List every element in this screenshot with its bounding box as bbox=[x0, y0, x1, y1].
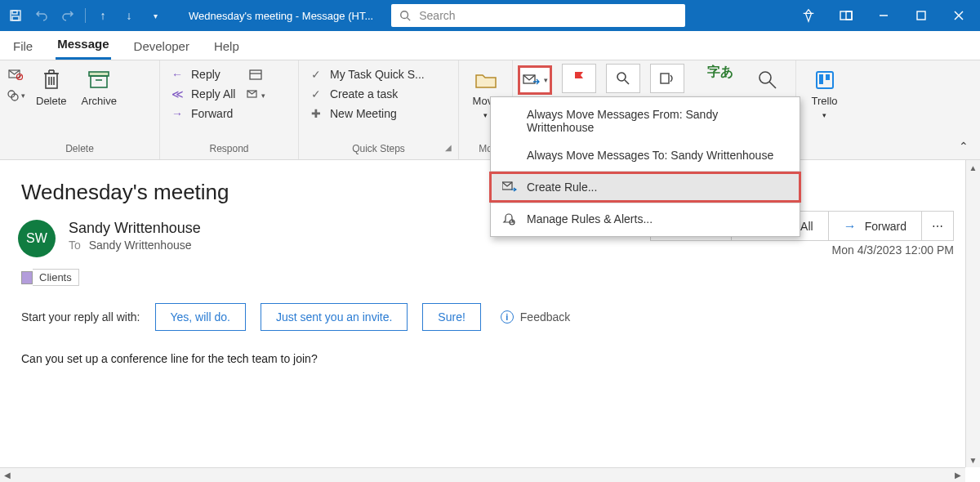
more-respond-icon[interactable]: ▾ bbox=[245, 87, 266, 105]
suggested-reply[interactable]: Yes, will do. bbox=[155, 303, 246, 331]
sender-avatar[interactable]: SW bbox=[18, 220, 56, 257]
calendar-plus-icon: ✚ bbox=[309, 107, 323, 120]
quickstep-item[interactable]: ✓Create a task bbox=[304, 85, 453, 103]
reply-button[interactable]: ←Reply bbox=[165, 65, 240, 83]
undo-icon[interactable] bbox=[29, 3, 54, 28]
svg-rect-8 bbox=[917, 11, 925, 20]
suggested-reply[interactable]: Just sent you an invite. bbox=[261, 303, 408, 331]
recipients-line: To Sandy Writtenhouse bbox=[69, 239, 201, 252]
translate-icon[interactable]: 字あ bbox=[707, 64, 733, 81]
svg-point-31 bbox=[617, 73, 626, 81]
reply-all-icon: ≪ bbox=[170, 87, 185, 100]
category-chip[interactable]: Clients bbox=[21, 269, 79, 286]
ignore-icon[interactable] bbox=[5, 65, 26, 83]
reply-all-button[interactable]: ≪Reply All bbox=[165, 85, 240, 103]
reply-icon: ← bbox=[170, 68, 185, 81]
quicksteps-launcher-icon[interactable]: ◢ bbox=[445, 143, 452, 152]
group-label-respond: Respond bbox=[165, 141, 293, 158]
maximize-icon[interactable] bbox=[903, 3, 939, 28]
meeting-reply-icon[interactable] bbox=[245, 65, 266, 83]
forward-button[interactable]: →Forward bbox=[165, 105, 240, 123]
close-icon[interactable] bbox=[941, 3, 977, 28]
svg-line-4 bbox=[408, 18, 411, 21]
quickstep-item[interactable]: ✓My Task Quick S... bbox=[304, 65, 453, 83]
message-datetime: Mon 4/3/2023 12:00 PM bbox=[832, 243, 954, 257]
archive-button[interactable]: Archive bbox=[77, 64, 122, 111]
bell-gear-icon bbox=[502, 212, 517, 225]
clipboard-check-icon: ✓ bbox=[309, 68, 323, 81]
suggested-replies-label: Start your reply all with: bbox=[21, 310, 140, 324]
ellipsis-icon: ⋯ bbox=[932, 220, 943, 233]
menu-manage-rules[interactable]: Manage Rules & Alerts... bbox=[491, 205, 800, 233]
group-label-delete: Delete bbox=[5, 141, 154, 158]
scroll-right-icon[interactable]: ▶ bbox=[951, 468, 965, 482]
search-placeholder: Search bbox=[419, 9, 455, 22]
tab-message[interactable]: Message bbox=[56, 32, 110, 60]
minimize-icon[interactable] bbox=[866, 3, 902, 28]
qat-more-icon[interactable]: ▾ bbox=[143, 3, 167, 28]
delete-button[interactable]: Delete bbox=[31, 64, 72, 111]
svg-rect-33 bbox=[661, 74, 669, 83]
tab-file[interactable]: File bbox=[11, 34, 34, 60]
trash-icon bbox=[38, 67, 65, 93]
trello-icon bbox=[812, 67, 838, 93]
svg-point-34 bbox=[760, 72, 771, 83]
svg-rect-1 bbox=[12, 11, 17, 14]
folder-move-icon bbox=[473, 67, 499, 93]
redo-icon[interactable] bbox=[56, 3, 80, 28]
suggested-reply[interactable]: Sure! bbox=[422, 303, 480, 331]
forward-icon: → bbox=[844, 219, 857, 234]
svg-rect-25 bbox=[91, 76, 107, 87]
search-input[interactable]: Search bbox=[391, 4, 685, 27]
collapse-ribbon-icon[interactable]: ⌃ bbox=[959, 140, 969, 153]
display-options-icon[interactable] bbox=[828, 3, 864, 28]
menu-always-move-from[interactable]: Always Move Messages From: Sandy Written… bbox=[491, 100, 800, 141]
window-title: Wednesday's meeting - Message (HT... bbox=[189, 10, 373, 22]
tab-help[interactable]: Help bbox=[212, 34, 241, 60]
svg-rect-2 bbox=[12, 16, 19, 20]
svg-point-3 bbox=[401, 11, 408, 19]
save-icon[interactable] bbox=[3, 3, 28, 28]
flag-button[interactable] bbox=[562, 64, 596, 93]
scroll-down-icon[interactable]: ▼ bbox=[966, 453, 980, 467]
zoom-icon bbox=[755, 67, 781, 93]
forward-icon: → bbox=[170, 107, 185, 120]
horizontal-scrollbar[interactable]: ◀ ▶ bbox=[0, 467, 965, 482]
sender-name[interactable]: Sandy Writtenhouse bbox=[69, 220, 201, 237]
read-aloud-button[interactable] bbox=[650, 64, 684, 93]
msg-forward-button[interactable]: →Forward bbox=[828, 211, 922, 241]
scroll-left-icon[interactable]: ◀ bbox=[0, 468, 15, 482]
junk-icon[interactable]: ▾ bbox=[5, 87, 26, 105]
next-item-icon[interactable]: ↓ bbox=[117, 3, 141, 28]
tab-developer[interactable]: Developer bbox=[132, 34, 191, 60]
clipboard-icon: ✓ bbox=[309, 87, 323, 100]
recipient-name[interactable]: Sandy Writtenhouse bbox=[89, 239, 192, 252]
find-button[interactable] bbox=[606, 64, 640, 93]
message-body: Can you set up a conference line for the… bbox=[21, 352, 962, 365]
quickstep-item[interactable]: ✚New Meeting bbox=[304, 105, 453, 123]
info-icon: i bbox=[501, 310, 514, 324]
category-color-swatch bbox=[21, 271, 33, 284]
prev-item-icon[interactable]: ↑ bbox=[91, 3, 115, 28]
menu-always-move-to[interactable]: Always Move Messages To: Sandy Writtenho… bbox=[491, 141, 800, 169]
svg-rect-37 bbox=[819, 74, 823, 84]
rules-dropdown-button[interactable]: ▾ bbox=[518, 65, 552, 95]
group-label-quicksteps: Quick Steps◢ bbox=[304, 141, 453, 158]
rules-dropdown-menu: Always Move Messages From: Sandy Written… bbox=[490, 96, 800, 237]
svg-rect-27 bbox=[250, 70, 261, 79]
svg-rect-38 bbox=[826, 74, 830, 80]
msg-more-button[interactable]: ⋯ bbox=[921, 211, 954, 241]
scroll-up-icon[interactable]: ▲ bbox=[966, 160, 980, 175]
svg-rect-6 bbox=[846, 11, 852, 20]
envelope-arrow-icon bbox=[502, 181, 517, 193]
feedback-link[interactable]: i Feedback bbox=[501, 310, 570, 324]
premium-icon[interactable] bbox=[791, 3, 826, 28]
trello-button[interactable]: Trello▾ bbox=[806, 64, 842, 123]
archive-icon bbox=[86, 67, 112, 93]
svg-line-32 bbox=[625, 80, 629, 84]
menu-create-rule[interactable]: Create Rule... bbox=[491, 173, 800, 201]
svg-line-35 bbox=[769, 82, 776, 88]
vertical-scrollbar[interactable]: ▲ ▼ bbox=[965, 160, 980, 467]
